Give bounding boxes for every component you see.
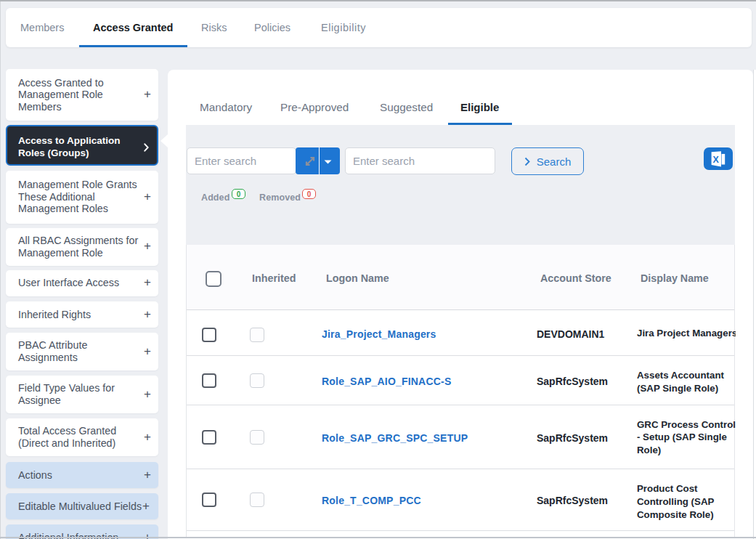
svg-text:X: X — [713, 155, 720, 165]
